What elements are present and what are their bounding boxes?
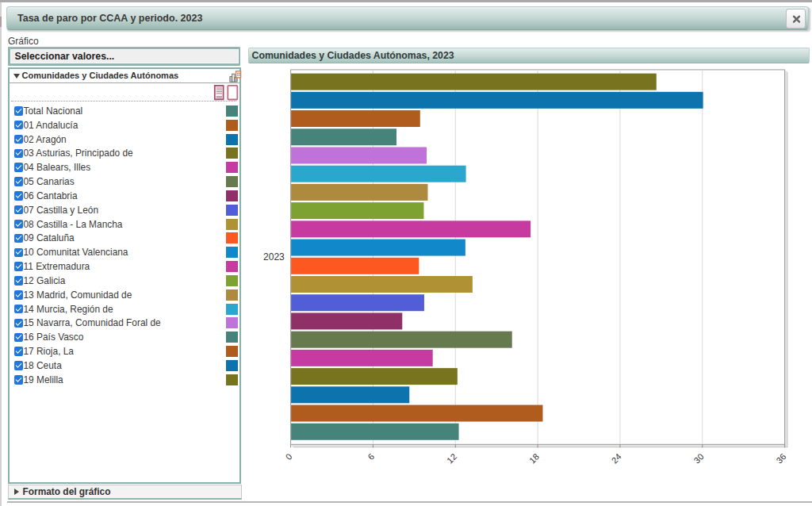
svg-text:6: 6 (366, 451, 377, 462)
svg-text:18: 18 (527, 451, 541, 465)
svg-text:0: 0 (284, 451, 294, 462)
svg-text:36: 36 (774, 451, 787, 465)
svg-text:12: 12 (445, 451, 458, 465)
svg-text:2023: 2023 (263, 251, 285, 263)
svg-text:30: 30 (692, 451, 706, 465)
svg-text:24: 24 (610, 451, 623, 465)
